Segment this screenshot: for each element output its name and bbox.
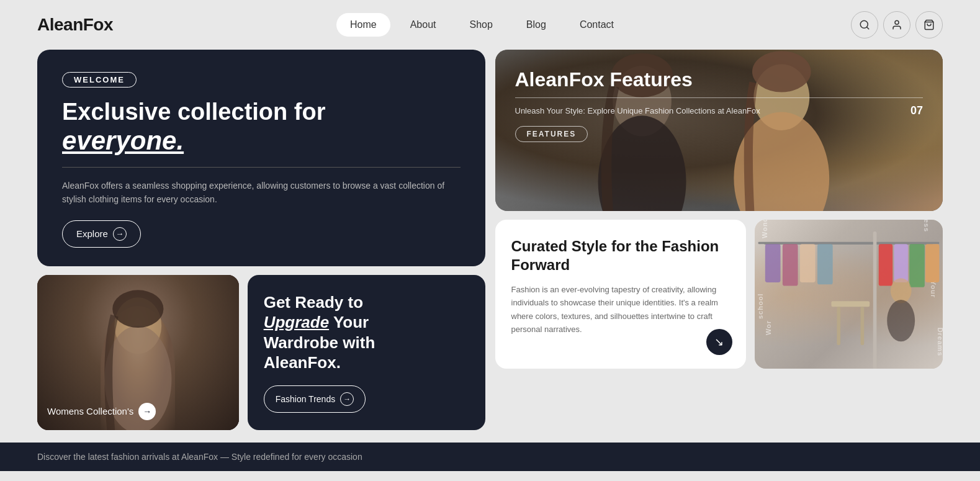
shop-diag-dress: Dress xyxy=(923,220,930,232)
curated-description: Fashion is an ever-evolving tapestry of … xyxy=(511,283,730,336)
main-content: WELCOME Exclusive collection for everyon… xyxy=(0,50,980,443)
features-divider xyxy=(515,97,924,98)
clothes-rack xyxy=(764,242,933,245)
nav-shop[interactable]: Shop xyxy=(456,13,506,37)
features-subtitle: Unleash Your Style: Explore Unique Fashi… xyxy=(515,106,760,115)
welcome-badge: WELCOME xyxy=(62,72,137,88)
brand-logo: AleanFox xyxy=(37,15,113,35)
hero-card: WELCOME Exclusive collection for everyon… xyxy=(37,50,485,266)
upgrade-line2-rest: Your xyxy=(329,313,369,331)
navbar: AleanFox Home About Shop Blog Contact xyxy=(0,0,980,50)
bag-icon[interactable] xyxy=(915,11,943,38)
upgrade-line1: Get Ready to xyxy=(264,293,363,312)
nav-icons xyxy=(851,11,943,38)
svg-point-2 xyxy=(895,20,899,24)
upgrade-card: Get Ready to Upgrade Your Wardrobe with … xyxy=(248,275,485,430)
shop-diag-school: school xyxy=(757,294,764,319)
hero-divider xyxy=(62,167,461,168)
bottom-right-row: Curated Style for the Fashion Forward Fa… xyxy=(495,220,943,369)
nav-about[interactable]: About xyxy=(397,13,450,37)
fashion-trends-button[interactable]: Fashion Trends → xyxy=(264,385,366,413)
features-card: AleanFox Features Unleash Your Style: Ex… xyxy=(495,50,943,211)
bottom-cards-row: TRENDS OUTFITS xyxy=(0,471,980,481)
curated-card: Curated Style for the Fashion Forward Fa… xyxy=(495,220,746,369)
hero-title: Exclusive collection for everyone. xyxy=(62,99,461,156)
womens-arrow-icon: → xyxy=(138,403,156,420)
curated-title: Curated Style for the Fashion Forward xyxy=(511,237,730,274)
womens-collection-label: Womens Collection's → xyxy=(47,403,156,420)
left-panel: WELCOME Exclusive collection for everyon… xyxy=(37,50,485,430)
hero-bottom-row: Womens Collection's → Get Ready to Upgra… xyxy=(37,275,485,430)
nav-home[interactable]: Home xyxy=(336,13,390,37)
womens-card[interactable]: Womens Collection's → xyxy=(37,275,239,430)
hero-description: AleanFox offers a seamless shopping expe… xyxy=(62,179,461,207)
fashion-trends-arrow-icon: → xyxy=(340,392,354,406)
shop-diag-wor: Wor xyxy=(765,320,772,335)
explore-button[interactable]: Explore → xyxy=(62,220,141,248)
user-icon[interactable] xyxy=(883,11,910,38)
ticker-text: Discover the latest fashion arrivals at … xyxy=(37,452,362,462)
features-badge: FEATURES xyxy=(515,126,588,142)
search-icon[interactable] xyxy=(851,11,878,38)
nav-blog[interactable]: Blog xyxy=(513,13,560,37)
explore-label: Explore xyxy=(76,228,108,239)
nav-contact[interactable]: Contact xyxy=(566,13,627,37)
curated-arrow-button[interactable]: ↘ xyxy=(706,329,732,355)
shop-diag-dreams: Dreams xyxy=(937,328,943,356)
upgrade-line3: Wardrobe with xyxy=(264,333,375,352)
right-panel: AleanFox Features Unleash Your Style: Ex… xyxy=(495,50,943,430)
shop-card[interactable]: Wonders Dress school Your Dreams Wor xyxy=(755,220,943,369)
fashion-trends-label: Fashion Trends xyxy=(276,394,336,404)
shop-diag-your: Your xyxy=(930,281,937,298)
explore-arrow-icon: → xyxy=(113,227,127,241)
svg-line-1 xyxy=(866,27,868,29)
nav-links: Home About Shop Blog Contact xyxy=(336,13,627,37)
upgrade-italic: Upgrade xyxy=(264,313,329,331)
upgrade-line4: AleanFox. xyxy=(264,353,341,372)
hero-title-line1: Exclusive collection for xyxy=(62,99,325,125)
features-content: AleanFox Features Unleash Your Style: Ex… xyxy=(495,50,943,211)
shop-diag-wonders: Wonders xyxy=(761,220,768,238)
ticker-bar: Discover the latest fashion arrivals at … xyxy=(0,443,980,471)
upgrade-title: Get Ready to Upgrade Your Wardrobe with … xyxy=(264,292,469,373)
features-sub-row: Unleash Your Style: Explore Unique Fashi… xyxy=(515,104,924,117)
womens-label-text: Womens Collection's xyxy=(47,406,133,416)
features-number: 07 xyxy=(910,104,923,117)
hero-title-line2: everyone. xyxy=(62,126,184,155)
features-title: AleanFox Features xyxy=(515,68,924,91)
